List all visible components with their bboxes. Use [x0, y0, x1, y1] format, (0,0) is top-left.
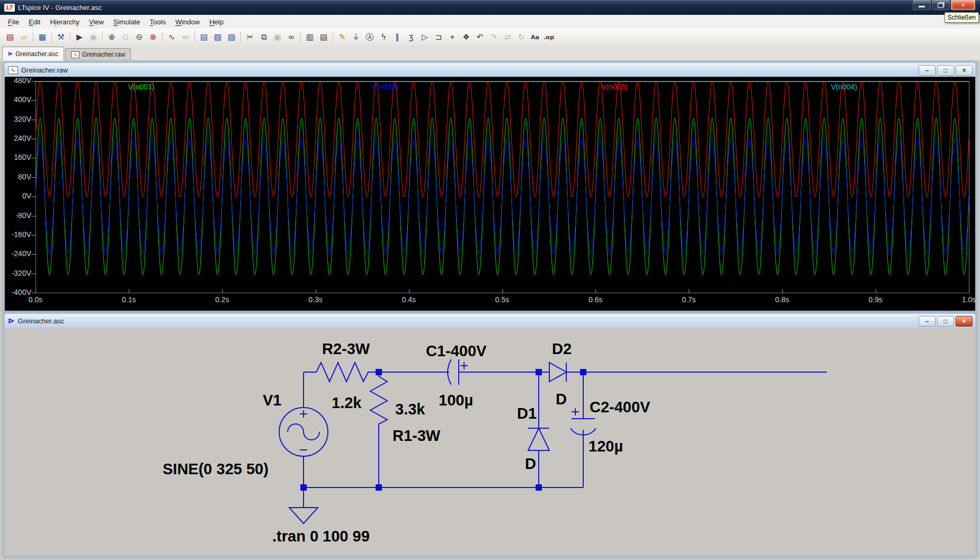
y-axis-label: 80V	[6, 173, 31, 181]
window-title: LTspice IV - Greinacher.asc	[18, 4, 102, 12]
schematic-label-c1-name[interactable]: C1-400V	[426, 342, 487, 359]
c2-plus-icon	[572, 408, 579, 416]
waveform-window-title: Greinacher.raw	[21, 66, 68, 74]
legend-v-n004-[interactable]: V(n004)	[831, 83, 857, 91]
legend-v-n001-[interactable]: V(n001)	[128, 83, 155, 91]
schematic-label-r2-name[interactable]: R2-3W	[322, 340, 370, 357]
v1-plus-icon	[300, 410, 307, 418]
tool-place-net-label[interactable]: Ⓐ	[363, 30, 377, 44]
diode-D2-symbol[interactable]	[549, 363, 566, 382]
menu-item-tools[interactable]: Tools	[145, 16, 171, 28]
tab-label: Greinacher.asc	[15, 50, 58, 58]
title-bar[interactable]: LT LTspice IV - Greinacher.asc ×	[0, 0, 980, 15]
schematic-label-d2-value[interactable]: D	[556, 391, 567, 408]
schematic-maximize-button[interactable]: □	[937, 316, 954, 327]
menu-item-view[interactable]: View	[84, 16, 109, 28]
legend-v-n003-[interactable]: V(n003)	[601, 83, 628, 91]
toolbar: ▤▱▦⚒▶◉⊕⊙⊖⊗∿⇔▤▧▨✂⧉▣∞▥▤✎⏚Ⓐϟ∥ʒ▷⊐⌖❖↶↷⇄↻Aa.op	[0, 29, 980, 46]
tool-place-resistor[interactable]: ϟ	[377, 30, 390, 44]
tool-zoom-full-extents[interactable]: ⊗	[146, 30, 160, 44]
tool-drag[interactable]: ❖	[459, 30, 473, 44]
waveform-window-titlebar[interactable]: ∿ Greinacher.raw – □ ×	[5, 63, 975, 77]
diode-D1-symbol[interactable]	[528, 428, 549, 450]
y-axis-label: -80V	[6, 211, 31, 220]
tool-print[interactable]: ▤	[317, 30, 331, 44]
menu-item-simulate[interactable]: Simulate	[109, 16, 145, 28]
ltspice-logo-icon: LT	[4, 4, 15, 12]
y-axis-label: 400V	[6, 95, 31, 104]
schematic-label-r1-name[interactable]: R1-3W	[393, 427, 441, 444]
menu-item-file[interactable]: File	[3, 16, 24, 28]
menu-item-hierarchy[interactable]: Hierarchy	[45, 16, 84, 28]
close-button[interactable]: ×	[950, 0, 976, 11]
schematic-close-button[interactable]: ×	[956, 316, 973, 327]
waveform-maximize-button[interactable]: □	[937, 65, 954, 76]
schematic-label-r2-value[interactable]: 1.2k	[332, 394, 362, 411]
tool-autorange-waveform[interactable]: ∿	[165, 30, 179, 44]
tool-move[interactable]: ⌖	[446, 30, 459, 44]
tool-control-panel-hammer[interactable]: ⚒	[54, 30, 68, 44]
waveform-minimize-button[interactable]: –	[919, 65, 936, 76]
tool-draw-wire[interactable]: ✎	[335, 30, 349, 44]
tool-find[interactable]: ∞	[284, 30, 298, 44]
schematic-window-titlebar[interactable]: ⊳ Greinacher.asc – □ ×	[5, 314, 975, 328]
schematic-canvas[interactable]: V1SINE(0 325 50)R2-3W1.2k3.3kR1-3WC1-400…	[5, 328, 972, 552]
tool-zoom-out[interactable]: ⊖	[132, 30, 146, 44]
tool-place-text[interactable]: Aa	[528, 30, 542, 44]
tool-print-preview[interactable]: ▥	[303, 30, 317, 44]
ground-symbol[interactable]	[289, 508, 318, 523]
legend-v-n002-[interactable]: V(n002)	[372, 83, 398, 91]
tool-place-component[interactable]: ⊐	[432, 30, 446, 44]
x-axis-label: 0.6s	[583, 295, 608, 304]
x-axis-label: 0.7s	[676, 295, 701, 304]
tool-place-ground[interactable]: ⏚	[349, 30, 363, 44]
tool-spice-directive[interactable]: .op	[542, 30, 556, 44]
schematic-label-d1-name[interactable]: D1	[517, 405, 537, 422]
menu-item-edit[interactable]: Edit	[24, 16, 45, 28]
trace-v-n002-[interactable]	[35, 139, 969, 254]
resistor-R2-symbol[interactable]	[316, 363, 376, 382]
waveform-close-button[interactable]: ×	[956, 65, 973, 76]
tool-copy[interactable]: ⧉	[257, 30, 271, 44]
tool-tile-vertical[interactable]: ▧	[211, 30, 225, 44]
minimize-button[interactable]	[912, 0, 931, 11]
tool-undo[interactable]: ↶	[473, 30, 487, 44]
menu-item-window[interactable]: Window	[171, 16, 204, 28]
x-axis-label: 0.4s	[396, 295, 422, 304]
schematic-label-directive[interactable]: .tran 0 100 99	[272, 528, 370, 545]
schematic-label-v1-value[interactable]: SINE(0 325 50)	[163, 460, 269, 477]
waveform-traces[interactable]	[35, 81, 969, 293]
tool-cut[interactable]: ✂	[243, 30, 257, 44]
schematic-label-d2-name[interactable]: D2	[552, 340, 572, 357]
schematic-label-c1-value[interactable]: 100µ	[439, 392, 473, 409]
tool-cascade-windows[interactable]: ▨	[225, 30, 238, 44]
restore-button[interactable]	[931, 0, 950, 11]
tool-run-simulation[interactable]: ▶	[73, 30, 86, 44]
schematic-label-v1-name[interactable]: V1	[263, 392, 281, 409]
tool-place-inductor[interactable]: ʒ	[404, 30, 418, 44]
tab-greinacher-asc[interactable]: ⊳Greinacher.asc	[2, 47, 64, 60]
tab-greinacher-raw[interactable]: ∿Greinacher.raw	[65, 48, 131, 60]
resistor-R1-symbol[interactable]	[370, 375, 387, 484]
mdi-area: ∿ Greinacher.raw – □ × 480V400V320V240V1…	[0, 60, 980, 560]
toolbar-separator	[333, 32, 333, 42]
tool-place-capacitor[interactable]: ∥	[390, 30, 404, 44]
plot-content[interactable]: 480V400V320V240V160V80V0V-80V-160V-240V-…	[5, 77, 975, 311]
trace-v-n003-[interactable]	[35, 81, 969, 197]
schematic-label-c2-value[interactable]: 120µ	[589, 438, 623, 455]
schematic-minimize-button[interactable]: –	[919, 316, 936, 327]
tool-tile-horizontal[interactable]: ▤	[197, 30, 211, 44]
tool-zoom-in[interactable]: ⊕	[105, 30, 119, 44]
toolbar-separator	[194, 32, 195, 42]
tool-open-file[interactable]: ▱	[17, 30, 31, 44]
schematic-label-d1-value[interactable]: D	[525, 455, 536, 472]
tool-save[interactable]: ▦	[35, 30, 49, 44]
schematic-label-r1-value[interactable]: 3.3k	[395, 401, 425, 418]
waveform-icon: ∿	[71, 51, 79, 58]
tool-place-diode[interactable]: ▷	[418, 30, 432, 44]
schematic-label-c2-name[interactable]: C2-400V	[590, 399, 651, 416]
ltspice-application: LT LTspice IV - Greinacher.asc × Schließ…	[0, 0, 980, 560]
tool-new-schematic[interactable]: ▤	[3, 30, 17, 44]
menu-item-help[interactable]: Help	[204, 16, 228, 28]
y-axis-label: 320V	[6, 115, 31, 123]
